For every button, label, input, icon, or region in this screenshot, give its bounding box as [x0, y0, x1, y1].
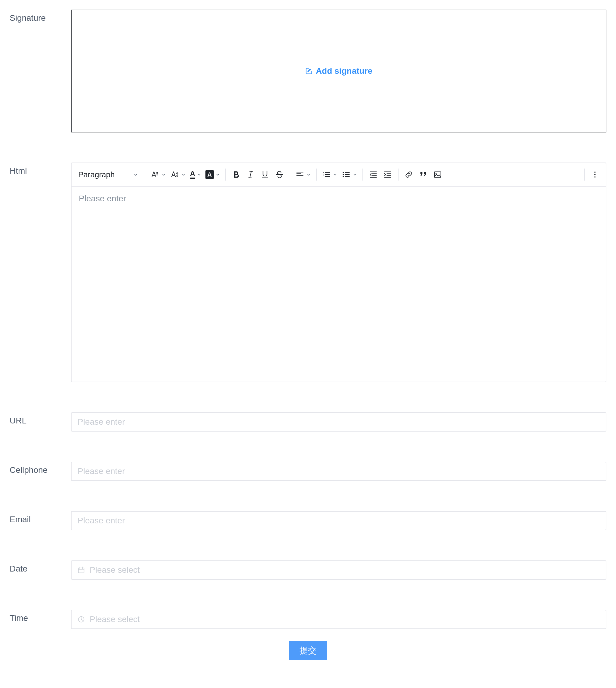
add-signature-label: Add signature	[316, 66, 372, 76]
field-signature: Add signature	[71, 9, 607, 132]
clock-icon	[77, 615, 85, 624]
ordered-list-button[interactable]: 12	[320, 167, 339, 182]
field-time	[71, 610, 607, 629]
svg-point-4	[343, 176, 344, 177]
label-time: Time	[9, 610, 71, 623]
font-size-icon	[170, 170, 180, 179]
signature-box[interactable]: Add signature	[71, 9, 607, 132]
label-cellphone: Cellphone	[9, 462, 71, 475]
form-row-email: Email	[9, 511, 607, 530]
svg-point-2	[343, 172, 344, 173]
svg-rect-5	[434, 172, 441, 177]
bold-icon	[231, 170, 241, 179]
chevron-down-icon	[196, 172, 202, 177]
strikethrough-button[interactable]	[272, 167, 287, 182]
email-input[interactable]	[71, 511, 607, 530]
submit-button[interactable]: 提交	[289, 641, 327, 660]
unordered-list-button[interactable]	[339, 167, 359, 182]
editor-toolbar: Paragraph	[72, 163, 606, 187]
url-input[interactable]	[71, 412, 607, 432]
chevron-down-icon	[133, 172, 139, 177]
font-family-icon	[150, 170, 160, 179]
label-email: Email	[9, 511, 71, 524]
submit-row: 提交	[9, 641, 607, 660]
svg-rect-10	[79, 568, 84, 573]
cellphone-input[interactable]	[71, 462, 607, 481]
field-cellphone	[71, 462, 607, 481]
edit-icon	[305, 67, 313, 75]
rich-text-editor: Paragraph	[71, 163, 607, 382]
add-signature-button[interactable]: Add signature	[305, 66, 372, 76]
more-vertical-icon	[590, 170, 600, 179]
field-email	[71, 511, 607, 530]
highlight-color-button[interactable]: A	[204, 167, 222, 182]
more-button[interactable]	[588, 167, 602, 182]
date-input[interactable]	[71, 560, 607, 580]
strikethrough-icon	[274, 170, 284, 179]
svg-point-8	[594, 174, 596, 175]
font-color-button[interactable]: A	[188, 167, 203, 182]
underline-button[interactable]	[258, 167, 272, 182]
outdent-icon	[369, 170, 378, 179]
heading-selector[interactable]: Paragraph	[75, 167, 142, 182]
label-date: Date	[9, 560, 71, 574]
chevron-down-icon	[161, 172, 166, 177]
chevron-down-icon	[352, 172, 358, 177]
svg-point-7	[594, 172, 596, 173]
indent-button[interactable]	[380, 167, 395, 182]
form-row-html: Html Paragraph	[9, 163, 607, 382]
heading-selector-label: Paragraph	[78, 170, 115, 179]
field-url	[71, 412, 607, 432]
time-input[interactable]	[71, 610, 607, 629]
highlight-icon: A	[205, 170, 214, 179]
align-left-icon	[295, 170, 305, 179]
form-row-cellphone: Cellphone	[9, 462, 607, 481]
form-row-date: Date	[9, 560, 607, 580]
underline-icon	[260, 170, 270, 179]
form-row-signature: Signature Add signature	[9, 9, 607, 132]
unordered-list-icon	[342, 170, 351, 179]
form-row-url: URL	[9, 412, 607, 432]
ordered-list-icon: 12	[322, 170, 331, 179]
align-button[interactable]	[293, 167, 313, 182]
image-icon	[433, 170, 442, 179]
svg-point-3	[343, 174, 344, 175]
font-size-button[interactable]	[168, 167, 188, 182]
chevron-down-icon	[306, 172, 311, 177]
field-date	[71, 560, 607, 580]
svg-text:2: 2	[323, 173, 324, 176]
svg-point-9	[594, 176, 596, 177]
bold-button[interactable]	[229, 167, 243, 182]
italic-button[interactable]	[243, 167, 258, 182]
label-signature: Signature	[9, 9, 71, 23]
font-family-button[interactable]	[148, 167, 168, 182]
image-button[interactable]	[431, 167, 445, 182]
label-html: Html	[9, 163, 71, 176]
editor-body[interactable]: Please enter	[72, 187, 606, 382]
calendar-icon	[77, 566, 85, 574]
chevron-down-icon	[215, 172, 220, 177]
quote-button[interactable]	[416, 167, 431, 182]
svg-point-6	[436, 173, 437, 174]
font-color-icon: A	[190, 170, 195, 179]
chevron-down-icon	[181, 172, 186, 177]
link-button[interactable]	[401, 167, 416, 182]
italic-icon	[246, 170, 255, 179]
outdent-button[interactable]	[366, 167, 380, 182]
quote-icon	[418, 170, 428, 179]
label-url: URL	[9, 412, 71, 426]
field-html: Paragraph	[71, 163, 607, 382]
indent-icon	[383, 170, 393, 179]
link-icon	[404, 170, 414, 179]
form-row-time: Time	[9, 610, 607, 629]
chevron-down-icon	[332, 172, 338, 177]
